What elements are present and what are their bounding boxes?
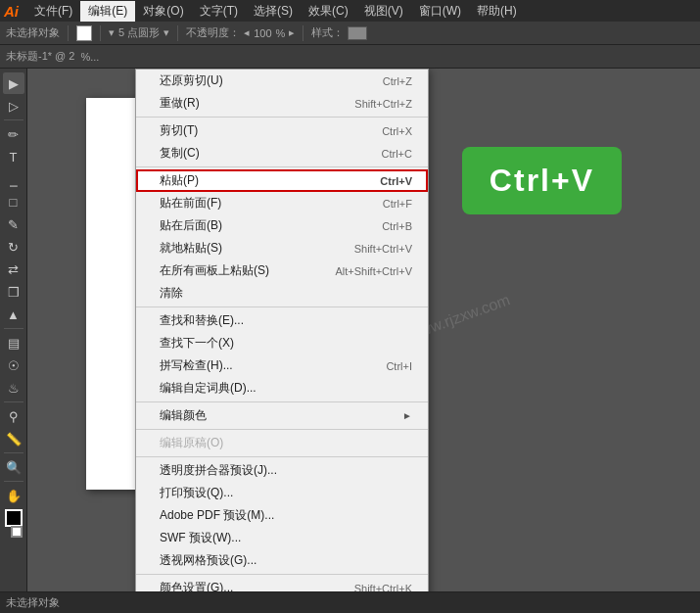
tool-select[interactable]: ▶	[3, 72, 24, 94]
tool-zoom[interactable]: 🔍	[3, 456, 24, 478]
menu-paste[interactable]: 粘贴(P) Ctrl+V	[136, 169, 428, 192]
menu-redo-label: 重做(R)	[160, 95, 200, 112]
tool-warp[interactable]: ▲	[3, 304, 24, 325]
menu-copy[interactable]: 复制(C) Ctrl+C	[136, 142, 428, 165]
menu-edit-color-label: 编辑颜色	[160, 407, 207, 424]
menu-edit-dict-label: 编辑自定词典(D)...	[160, 380, 257, 397]
tool-mirror[interactable]: ⇄	[3, 259, 24, 280]
toolbar-properties: 未选择对象 ▾ 5 点圆形 ▾ 不透明度： ◂ 100 % ▸ 样式：	[0, 22, 700, 45]
menu-paste-back-label: 贴在后面(B)	[160, 217, 222, 234]
menu-color-settings-shortcut: Shift+Ctrl+K	[354, 583, 412, 592]
menu-cut-shortcut: Ctrl+X	[382, 125, 412, 137]
menu-pdf-preset-label: Adobe PDF 预设(M)...	[160, 507, 274, 524]
menu-find-next[interactable]: 查找下一个(X)	[136, 332, 428, 354]
opacity-value: 100	[254, 27, 271, 39]
menu-edit[interactable]: 编辑(E)	[80, 1, 135, 22]
tool-rotate[interactable]: ↻	[3, 236, 24, 258]
menu-bar: Ai 文件(F) 编辑(E) 对象(O) 文字(T) 选择(S) 效果(C) 视…	[0, 0, 700, 22]
tool-scale[interactable]: ❒	[3, 281, 24, 303]
menu-cut[interactable]: 剪切(T) Ctrl+X	[136, 119, 428, 142]
menu-swf-preset[interactable]: SWF 预设(W)...	[136, 527, 428, 549]
opacity-arrows[interactable]: ◂	[244, 26, 250, 39]
menu-color-settings-label: 颜色设置(G)...	[160, 580, 233, 591]
doc-zoom: %...	[80, 51, 99, 63]
app-logo: Ai	[4, 3, 19, 20]
menu-file[interactable]: 文件(F)	[26, 1, 80, 22]
doc-title: 未标题-1* @ 2	[6, 49, 74, 64]
menu-color-settings[interactable]: 颜色设置(G)... Shift+Ctrl+K	[136, 577, 428, 591]
style-swatch[interactable]	[348, 26, 367, 40]
menu-transparency-preset-label: 透明度拼合器预设(J)...	[160, 462, 277, 479]
menu-undo-shortcut: Ctrl+Z	[383, 75, 412, 87]
menu-edit-dict[interactable]: 编辑自定词典(D)...	[136, 377, 428, 400]
menu-redo[interactable]: 重做(R) Shift+Ctrl+Z	[136, 92, 428, 115]
tool-type[interactable]: T	[3, 146, 24, 167]
toolbar-sep-2	[100, 25, 101, 41]
menu-window[interactable]: 窗口(W)	[411, 1, 469, 22]
toolbar-sep-1	[68, 25, 69, 41]
tool-rect[interactable]: □	[3, 191, 24, 212]
shape-name: 5 点圆形	[118, 25, 160, 40]
menu-grid-preset[interactable]: 透视网格预设(G)...	[136, 549, 428, 572]
canvas-area: 软件自学网 www.rjzxw.com 还原剪切(U) Ctrl+Z 重做(R)…	[27, 69, 700, 591]
menu-cut-label: 剪切(T)	[160, 122, 198, 139]
edit-menu-dropdown[interactable]: 还原剪切(U) Ctrl+Z 重做(R) Shift+Ctrl+Z 剪切(T) …	[135, 69, 429, 591]
menu-paste-all[interactable]: 在所有画板上粘贴(S) Alt+Shift+Ctrl+V	[136, 259, 428, 282]
menu-select[interactable]: 选择(S)	[246, 1, 301, 22]
menu-text[interactable]: 文字(T)	[192, 1, 246, 22]
tool-hand[interactable]: ✋	[3, 485, 24, 506]
fill-swatch[interactable]	[76, 25, 92, 41]
menu-sep-5	[136, 429, 428, 430]
menu-paste-all-shortcut: Alt+Shift+Ctrl+V	[335, 265, 412, 277]
tool-sep-1	[4, 119, 23, 120]
opacity-label: 不透明度：	[186, 25, 240, 40]
tool-pen[interactable]: ✏	[3, 123, 24, 145]
control-bar: 未标题-1* @ 2 %...	[0, 45, 700, 69]
shape-dropdown-icon[interactable]: ▾	[163, 26, 169, 39]
tool-blend[interactable]: ♨	[3, 377, 24, 399]
toolbar-sep-3	[177, 25, 178, 41]
menu-effect[interactable]: 效果(C)	[301, 1, 356, 22]
menu-spell-check[interactable]: 拼写检查(H)... Ctrl+I	[136, 354, 428, 377]
tool-eyedrop[interactable]: ⚲	[3, 405, 24, 427]
menu-paste-all-label: 在所有画板上粘贴(S)	[160, 262, 269, 279]
tool-symbol[interactable]: ☉	[3, 354, 24, 376]
tool-brush[interactable]: ✎	[3, 213, 24, 235]
menu-print-preset[interactable]: 打印预设(Q)...	[136, 482, 428, 504]
menu-undo[interactable]: 还原剪切(U) Ctrl+Z	[136, 70, 428, 92]
menu-redo-shortcut: Shift+Ctrl+Z	[354, 98, 412, 110]
tool-sep-3	[4, 401, 23, 402]
menu-transparency-preset[interactable]: 透明度拼合器预设(J)...	[136, 459, 428, 482]
menu-sep-7	[136, 574, 428, 575]
menu-object[interactable]: 对象(O)	[135, 1, 191, 22]
tool-sep-4	[4, 452, 23, 453]
menu-sep-2	[136, 166, 428, 167]
menu-paste-label: 粘贴(P)	[160, 172, 199, 189]
menu-paste-front[interactable]: 贴在前面(F) Ctrl+F	[136, 192, 428, 214]
menu-edit-original[interactable]: 编辑原稿(O)	[136, 432, 428, 454]
menu-sep-3	[136, 306, 428, 307]
menu-view[interactable]: 视图(V)	[356, 1, 411, 22]
menu-find-replace[interactable]: 查找和替换(E)...	[136, 309, 428, 332]
tool-line[interactable]: ⎯	[3, 168, 24, 190]
menu-edit-color[interactable]: 编辑颜色 ►	[136, 404, 428, 427]
color-swatch-fg[interactable]	[5, 509, 23, 527]
menu-paste-inplace[interactable]: 就地粘贴(S) Shift+Ctrl+V	[136, 237, 428, 259]
tool-measure[interactable]: 📏	[3, 428, 24, 449]
color-swatch-bg[interactable]	[11, 526, 23, 538]
menu-clear[interactable]: 清除	[136, 282, 428, 305]
menu-sep-6	[136, 456, 428, 457]
status-text: 未选择对象	[6, 595, 60, 610]
menu-find-replace-label: 查找和替换(E)...	[160, 312, 244, 329]
menu-clear-label: 清除	[160, 285, 183, 302]
menu-pdf-preset[interactable]: Adobe PDF 预设(M)...	[136, 504, 428, 527]
menu-grid-preset-label: 透视网格预设(G)...	[160, 552, 257, 569]
menu-paste-inplace-label: 就地粘贴(S)	[160, 240, 222, 257]
menu-paste-back[interactable]: 贴在后面(B) Ctrl+B	[136, 214, 428, 237]
opacity-arrows-right[interactable]: ▸	[289, 26, 295, 39]
tool-graph[interactable]: ▤	[3, 332, 24, 354]
menu-edit-color-arrow: ►	[402, 410, 412, 421]
main-area: ▶ ▷ ✏ T ⎯ □ ✎ ↻ ⇄ ❒ ▲ ▤ ☉ ♨ ⚲ 📏 🔍 ✋ 软件自学…	[0, 69, 700, 591]
tool-direct-select[interactable]: ▷	[3, 95, 24, 117]
menu-help[interactable]: 帮助(H)	[469, 1, 525, 22]
